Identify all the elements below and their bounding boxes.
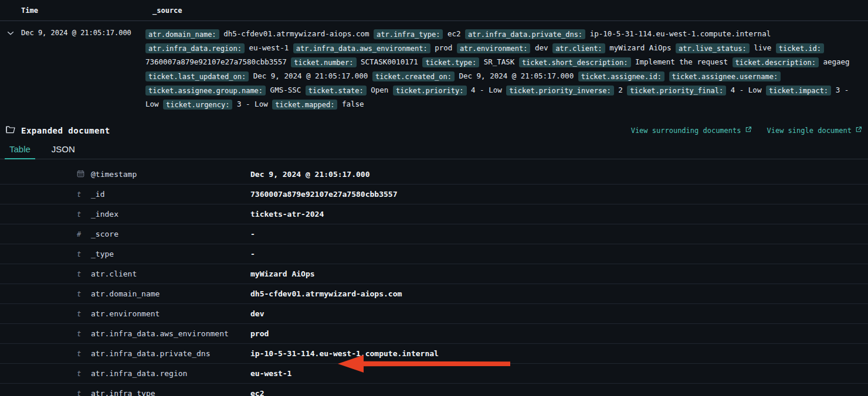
field-name: atr.client <box>91 269 250 278</box>
field-badge: atr.infra_data.private_dns: <box>465 29 585 39</box>
field-value: Dec 9, 2024 @ 21:05:17.000 <box>250 170 370 179</box>
field-badge: ticket.mapped: <box>272 100 337 110</box>
expanded-document-title-group: Expanded document <box>6 125 110 135</box>
field-badge: ticket.priority: <box>393 86 467 95</box>
tab-json[interactable]: JSON <box>47 141 80 159</box>
document-fields-table: @timestamp Dec 9, 2024 @ 21:05:17.000 t … <box>0 165 868 396</box>
field-badge: ticket.last_updated_on: <box>145 71 249 81</box>
field-badge: ticket.type: <box>422 57 479 67</box>
field-badge: ticket.state: <box>306 86 367 95</box>
field-badge: ticket.priority_final: <box>627 86 726 95</box>
field-name: _type <box>91 250 250 258</box>
view-mode-tabs: Table JSON <box>0 141 868 159</box>
string-field-icon: t <box>77 310 91 318</box>
view-surrounding-documents-link[interactable]: View surrounding documents <box>631 126 752 135</box>
collapse-document-button[interactable] <box>0 27 21 40</box>
field-badge: ticket.number: <box>291 57 356 67</box>
field-name: @timestamp <box>91 170 250 179</box>
field-name: atr.infra_data.region <box>91 369 250 378</box>
expanded-document-title: Expanded document <box>21 126 110 135</box>
view-single-document-link[interactable]: View single document <box>767 126 863 135</box>
field-badge: atr.client: <box>552 43 605 53</box>
field-badge: atr.infra_data.region: <box>145 43 245 53</box>
external-link-icon <box>745 126 752 135</box>
folder-icon <box>6 125 15 135</box>
field-value: - <box>250 250 255 258</box>
field-badge: ticket.created_on: <box>372 71 455 81</box>
table-row: t atr.infra_type ec2 <box>0 384 868 396</box>
field-value: prod <box>250 329 269 338</box>
field-name: atr.infra_data.aws_environment <box>91 329 250 338</box>
field-name: _id <box>91 190 250 199</box>
field-name: _score <box>91 230 250 238</box>
document-source-summary: atr.domain_name: dh5-cfdev01.atrmywizard… <box>145 27 868 111</box>
table-row-region-highlighted: t atr.infra_data.region eu-west-1 <box>0 364 868 384</box>
field-badge: atr.infra_data.aws_environment: <box>293 43 430 53</box>
field-badge: ticket.impact: <box>766 86 831 95</box>
field-name: atr.infra_type <box>91 389 250 396</box>
string-field-icon: t <box>77 250 91 258</box>
table-row: t _index tickets-atr-2024 <box>0 204 868 224</box>
field-name: atr.domain_name <box>91 289 250 298</box>
field-name: atr.environment <box>91 309 250 318</box>
source-column-header: _source <box>145 6 868 15</box>
field-badge: ticket.description: <box>733 57 819 67</box>
document-timestamp: Dec 9, 2024 @ 21:05:17.000 <box>21 27 145 37</box>
calendar-icon <box>77 170 91 179</box>
field-value: myWizard AiOps <box>250 269 315 278</box>
field-badge: ticket.assignee.username: <box>669 71 781 81</box>
external-link-icon <box>855 126 862 135</box>
field-value: ec2 <box>250 389 264 396</box>
field-badge: ticket.assignee.id: <box>578 71 664 81</box>
field-value: - <box>250 230 255 238</box>
field-badge: ticket.assignee.group.name: <box>145 86 266 95</box>
field-badge: atr.infra_type: <box>374 29 443 39</box>
field-value: eu-west-1 <box>250 369 291 378</box>
field-badge: atr.environment: <box>457 43 531 53</box>
table-row: t atr.infra_data.private_dns ip-10-5-31-… <box>0 344 868 364</box>
tab-table[interactable]: Table <box>5 141 35 159</box>
field-badge: ticket.short_description: <box>519 57 631 67</box>
string-field-icon: t <box>77 330 91 338</box>
expanded-document-header: Expanded document View surrounding docum… <box>0 122 868 138</box>
field-badge: ticket.priority_inverse: <box>506 86 613 95</box>
field-badge: ticket.urgency: <box>163 100 232 110</box>
string-field-icon: t <box>77 350 91 358</box>
field-value: dev <box>250 309 264 318</box>
field-badge: atr.domain_name: <box>145 29 219 39</box>
table-row: t atr.infra_data.aws_environment prod <box>0 324 868 344</box>
table-row: t _id 7360007a879e92107e27a7580cbb3557 <box>0 185 868 204</box>
number-field-icon: # <box>77 230 91 238</box>
string-field-icon: t <box>77 190 91 199</box>
table-row: t atr.client myWizard AiOps <box>0 264 868 284</box>
field-value: dh5-cfdev01.atrmywizard-aiops.com <box>250 289 402 298</box>
table-row: @timestamp Dec 9, 2024 @ 21:05:17.000 <box>0 165 868 185</box>
table-row: t _type - <box>0 244 868 264</box>
chevron-down-icon <box>6 29 15 39</box>
string-field-icon: t <box>77 290 91 298</box>
doc-table-header: Time _source <box>0 0 868 21</box>
field-name: _index <box>91 210 250 219</box>
field-badge: ticket.id: <box>776 43 824 53</box>
time-column-header: Time <box>21 6 145 15</box>
string-field-icon: t <box>77 370 91 378</box>
field-value: 7360007a879e92107e27a7580cbb3557 <box>250 190 397 199</box>
field-value: ip-10-5-31-114.eu-west-1.compute.interna… <box>250 349 439 358</box>
table-row: # _score - <box>0 224 868 244</box>
table-row: t atr.domain_name dh5-cfdev01.atrmywizar… <box>0 284 868 304</box>
string-field-icon: t <box>77 210 91 219</box>
string-field-icon: t <box>77 270 91 278</box>
table-row: t atr.environment dev <box>0 304 868 324</box>
document-links: View surrounding documents View single d… <box>631 126 862 135</box>
field-badge: atr.live_status: <box>676 43 750 53</box>
field-value: tickets-atr-2024 <box>250 210 324 219</box>
discover-expanded-document-view: Time _source Dec 9, 2024 @ 21:05:17.000 … <box>0 0 868 396</box>
field-name: atr.infra_data.private_dns <box>91 349 250 358</box>
document-row: Dec 9, 2024 @ 21:05:17.000 atr.domain_na… <box>0 21 868 117</box>
string-field-icon: t <box>77 390 91 396</box>
